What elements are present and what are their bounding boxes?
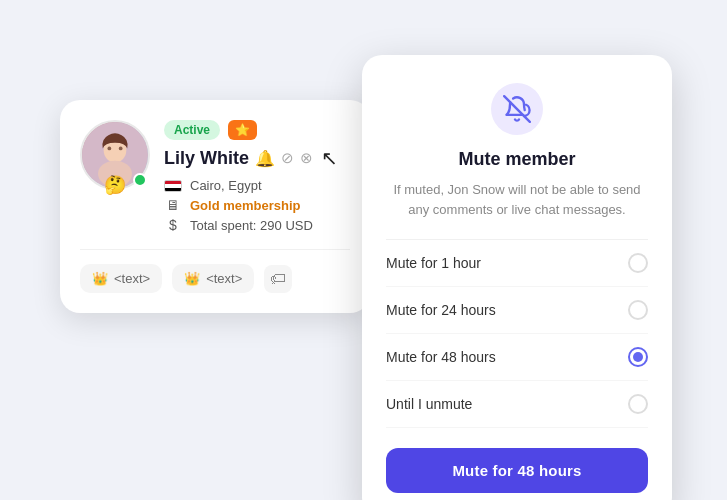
- spent-text: Total spent: 290 USD: [190, 218, 313, 233]
- bell-icon[interactable]: 🔔: [255, 149, 275, 168]
- cursor-icon: ↖: [321, 146, 338, 170]
- profile-name: Lily White: [164, 148, 249, 169]
- block-icon: ⊗: [300, 149, 313, 167]
- mute-icon-circle: [491, 83, 543, 135]
- mute-option-unmute[interactable]: Until I unmute: [386, 381, 648, 428]
- active-badge: Active: [164, 120, 220, 140]
- tag-button-2[interactable]: 👑 <text>: [172, 264, 254, 293]
- profile-footer: 👑 <text> 👑 <text> 🏷: [80, 249, 350, 293]
- radio-1h[interactable]: [628, 253, 648, 273]
- radio-48h[interactable]: [628, 347, 648, 367]
- tag-icon[interactable]: 🏷: [264, 265, 292, 293]
- mute-option-label-24h: Mute for 24 hours: [386, 302, 496, 318]
- svg-point-3: [107, 147, 111, 151]
- mute-option-label-48h: Mute for 48 hours: [386, 349, 496, 365]
- monitor-icon: 🖥: [164, 197, 182, 213]
- mute-option-24h[interactable]: Mute for 24 hours: [386, 287, 648, 334]
- membership-row: 🖥 Gold membership: [164, 197, 350, 213]
- radio-24h[interactable]: [628, 300, 648, 320]
- mute-subtitle: If muted, Jon Snow will not be able to s…: [386, 180, 648, 219]
- mute-option-label-unmute: Until I unmute: [386, 396, 472, 412]
- avatar-wrapper: 🤔: [80, 120, 150, 190]
- star-badge: ⭐: [228, 120, 257, 140]
- dollar-icon: $: [164, 217, 182, 233]
- location-text: Cairo, Egypt: [190, 178, 262, 193]
- mute-option-48h[interactable]: Mute for 48 hours: [386, 334, 648, 381]
- svg-line-5: [504, 96, 530, 122]
- radio-inner-48h: [633, 352, 643, 362]
- tag-button-1[interactable]: 👑 <text>: [80, 264, 162, 293]
- svg-point-4: [119, 147, 123, 151]
- location-row: Cairo, Egypt: [164, 178, 350, 193]
- mute-slash-icon: ⊘: [281, 149, 294, 167]
- profile-card: 🤔 Active ⭐ Lily White 🔔 ⊘ ⊗ ↖ Cairo, Egy…: [60, 100, 370, 313]
- mute-dialog: Mute member If muted, Jon Snow will not …: [362, 55, 672, 500]
- mute-title: Mute member: [386, 149, 648, 170]
- mute-confirm-button[interactable]: Mute for 48 hours: [386, 448, 648, 493]
- radio-unmute[interactable]: [628, 394, 648, 414]
- spent-row: $ Total spent: 290 USD: [164, 217, 350, 233]
- profile-info: Active ⭐ Lily White 🔔 ⊘ ⊗ ↖ Cairo, Egypt…: [164, 120, 350, 233]
- bell-off-icon: [503, 95, 531, 123]
- mute-option-1h[interactable]: Mute for 1 hour: [386, 240, 648, 287]
- mute-option-label-1h: Mute for 1 hour: [386, 255, 481, 271]
- mute-icon-wrapper: [386, 83, 648, 135]
- tag-text-1: <text>: [114, 271, 150, 286]
- online-indicator: [133, 173, 147, 187]
- flag-icon: [164, 180, 182, 192]
- tag-text-2: <text>: [206, 271, 242, 286]
- mute-options: Mute for 1 hourMute for 24 hoursMute for…: [386, 239, 648, 428]
- crown-emoji-1: 👑: [92, 271, 108, 286]
- crown-emoji-2: 👑: [184, 271, 200, 286]
- membership-text: Gold membership: [190, 198, 301, 213]
- emoji-badge: 🤔: [104, 174, 126, 196]
